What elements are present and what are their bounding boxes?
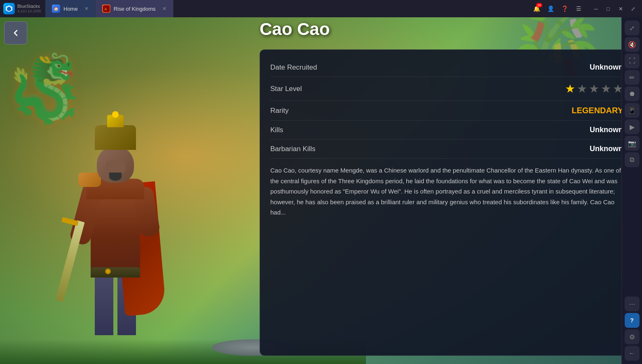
bluestacks-icon: [3, 3, 15, 14]
star-4: ★: [601, 82, 611, 96]
close-button[interactable]: ✕: [615, 3, 626, 14]
titlebar: BlueStacks 4.210.10.1005 🏠 Home ✕ ⚔ Rise…: [0, 0, 642, 17]
sidebar-phone-button[interactable]: 📱: [625, 103, 640, 118]
home-tab-icon: 🏠: [52, 5, 60, 13]
notification-badge: 28: [536, 3, 542, 7]
char-beard: [109, 173, 122, 181]
account-button[interactable]: 👤: [544, 2, 557, 15]
back-button[interactable]: [4, 21, 27, 44]
character-description: Cao Cao, courtesy name Mengde, was a Chi…: [270, 159, 623, 218]
sidebar-record-button[interactable]: ⏺: [625, 86, 640, 101]
maximize-button[interactable]: □: [602, 3, 614, 14]
home-tab-close[interactable]: ✕: [84, 6, 89, 12]
sidebar-volume-button[interactable]: 🔇: [625, 37, 640, 52]
home-tab-label: Home: [63, 6, 78, 12]
character-name: Cao Cao: [260, 19, 634, 39]
tab-game[interactable]: ⚔ Rise of Kingdoms ✕: [96, 0, 173, 17]
bluestacks-text: BlueStacks 4.210.10.1005: [17, 4, 41, 14]
sidebar-edit-button[interactable]: ✏: [625, 70, 640, 85]
star-level-label: Star Level: [270, 85, 344, 93]
sidebar-help-button[interactable]: ?: [625, 313, 640, 328]
star-level-row: Star Level ★ ★ ★ ★ ★: [270, 77, 623, 101]
sidebar-screenshot-button[interactable]: 📷: [625, 136, 640, 151]
date-recruited-row: Date Recruited Unknown: [270, 58, 623, 77]
kills-label: Kills: [270, 126, 344, 134]
star-2: ★: [577, 82, 587, 96]
sidebar-video-button[interactable]: ▶: [625, 119, 640, 134]
game-tab-icon: ⚔: [102, 5, 110, 13]
barbarian-kills-label: Barbarian Kills: [270, 145, 344, 153]
detach-button[interactable]: ⤢: [627, 3, 639, 14]
sidebar-more-button[interactable]: ⋯: [625, 296, 640, 311]
sidebar-settings-button[interactable]: ⚙: [625, 329, 640, 344]
game-tab-close[interactable]: ✕: [162, 6, 166, 12]
sidebar-fullscreen-button[interactable]: ⛶: [625, 54, 640, 68]
minimize-button[interactable]: ─: [590, 3, 602, 14]
char-hat-gem: [112, 111, 119, 118]
barbarian-kills-value: Unknown: [590, 145, 623, 153]
char-head: [97, 146, 134, 183]
char-belt-ornament: [105, 268, 111, 274]
char-weapon: [55, 220, 84, 302]
bluestacks-logo[interactable]: BlueStacks 4.210.10.1005: [0, 0, 45, 17]
rarity-row: Rarity LEGENDARY: [270, 101, 623, 121]
info-card[interactable]: Date Recruited Unknown Star Level ★ ★ ★ …: [260, 49, 634, 356]
titlebar-controls: 🔔 28 👤 ❓ ☰ ─ □ ✕ ⤢: [530, 2, 642, 15]
char-leg-left: [95, 269, 113, 335]
sidebar-back-button[interactable]: ←: [625, 346, 640, 361]
date-recruited-value: Unknown: [590, 63, 623, 72]
char-body: [82, 138, 148, 335]
stars-container: ★ ★ ★ ★ ★: [565, 82, 623, 96]
rarity-value: LEGENDARY: [572, 106, 623, 115]
game-tab-label: Rise of Kingdoms: [114, 6, 156, 12]
date-recruited-label: Date Recruited: [270, 63, 344, 72]
sidebar-expand-button[interactable]: ⤢: [625, 21, 640, 35]
char-hat: [95, 125, 136, 150]
menu-button[interactable]: ☰: [572, 2, 585, 15]
svg-text:⚔: ⚔: [104, 7, 108, 11]
character-figure: [33, 72, 198, 352]
kills-row: Kills Unknown: [270, 121, 623, 140]
char-shoulder-armor-left: [78, 173, 101, 187]
rarity-label: Rarity: [270, 107, 344, 115]
sidebar-copy-button[interactable]: ⧉: [625, 152, 640, 167]
notification-button[interactable]: 🔔 28: [530, 2, 543, 15]
help-button[interactable]: ❓: [558, 2, 571, 15]
star-1: ★: [565, 82, 575, 96]
kills-value: Unknown: [590, 126, 623, 134]
star-3: ★: [589, 82, 599, 96]
right-sidebar: ⤢ 🔇 ⛶ ✏ ⏺ 📱 ▶ 📷 ⧉ ⋯ ? ⚙ ←: [621, 17, 642, 364]
barbarian-kills-row: Barbarian Kills Unknown: [270, 140, 623, 159]
tab-home[interactable]: 🏠 Home ✕: [45, 0, 96, 17]
char-belt: [91, 267, 140, 278]
